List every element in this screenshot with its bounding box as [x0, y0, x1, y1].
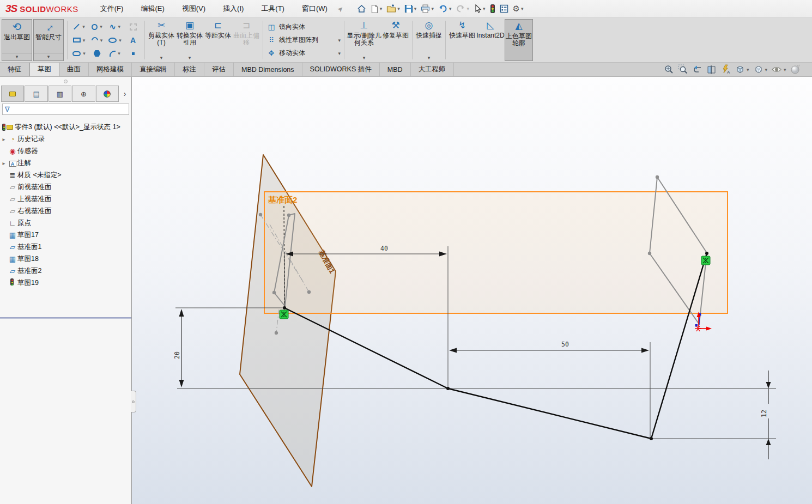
new-document-caret[interactable]: ▾ [380, 6, 383, 11]
fillet-tool[interactable]: ▾ [107, 51, 123, 57]
offset-entities-button[interactable]: ⊏ 等距实体 [204, 19, 232, 61]
tab-features[interactable]: 特征 [0, 63, 29, 76]
relation-badge-coincident-left[interactable] [280, 310, 288, 319]
smart-dimension-button[interactable]: ↔ 智能尺寸 ▾ [33, 19, 64, 61]
menu-tools[interactable]: 工具(T) [254, 1, 291, 16]
panel-top-splitter[interactable] [0, 77, 131, 86]
polygon-tool[interactable] [89, 50, 105, 57]
menu-window[interactable]: 窗口(W) [295, 1, 334, 16]
repair-sketch-button[interactable]: ⚒ 修复草图 [381, 19, 410, 61]
tree-root-part[interactable]: 零件3 (默认) <<默认>_显示状态 1> [0, 121, 131, 133]
tree-item-sketch17[interactable]: ▦ 草图17 [0, 229, 131, 241]
mirror-entities-button[interactable]: ◫ 镜向实体 [265, 21, 342, 33]
edit-appearance-button[interactable] [790, 64, 801, 75]
dimension-40-value[interactable]: 40 [380, 245, 388, 252]
settings-button[interactable]: ⚙ ▾ [511, 3, 525, 15]
section-view-button[interactable] [706, 64, 717, 75]
panel-tabs-overflow[interactable]: › [119, 86, 130, 102]
new-document-button[interactable]: ▾ [369, 3, 384, 15]
dimension-12-value[interactable]: 12 [760, 410, 768, 417]
tab-evaluate[interactable]: 评估 [204, 63, 234, 76]
relation-badge-coincident-right[interactable] [701, 256, 710, 265]
dimension-20-value[interactable]: 20 [173, 351, 181, 359]
circle-tool[interactable]: ▾ [89, 24, 105, 30]
exit-sketch-button[interactable]: ⟲ 退出草图 ▾ [2, 19, 32, 61]
tab-mbd-dimensions[interactable]: MBD Dimensions [234, 63, 302, 76]
slot-tool[interactable]: ▾ [71, 51, 87, 56]
menu-edit[interactable]: 编辑(E) [134, 1, 171, 16]
home-button[interactable] [355, 3, 368, 15]
select-caret[interactable]: ▾ [483, 6, 486, 11]
zoom-to-area-button[interactable] [678, 64, 688, 75]
dynamic-annotation-views-button[interactable]: A [720, 64, 731, 75]
spline-tool[interactable]: ∿▾ [107, 22, 123, 31]
tab-configuration-manager[interactable]: ▥ [49, 86, 71, 102]
save-button[interactable]: ▾ [403, 3, 419, 14]
panel-horizontal-splitter[interactable] [0, 317, 131, 319]
smart-dimension-caret[interactable]: ▾ [34, 53, 63, 60]
select-button[interactable]: ▾ [472, 3, 487, 15]
tab-property-manager[interactable]: ▤ [25, 86, 47, 102]
rebuild-button[interactable] [488, 3, 497, 15]
tab-mbd[interactable]: MBD [380, 63, 411, 76]
tab-solidworks-addins[interactable]: SOLIDWORKS 插件 [302, 63, 380, 76]
ellipse-tool[interactable]: ▾ [107, 38, 123, 43]
graphics-area[interactable]: 基准面2 基准面1 40 [132, 77, 812, 504]
rectangle-tool[interactable]: ▾ [71, 38, 87, 43]
trim-entities-button[interactable]: ✂ 剪裁实体(T) ▾ [147, 19, 175, 61]
pin-menu-icon[interactable]: ➤ [335, 4, 345, 14]
tab-display-manager[interactable] [96, 86, 119, 102]
menu-insert[interactable]: 插入(I) [216, 1, 250, 16]
open-caret[interactable]: ▾ [397, 6, 400, 11]
view-orientation-button[interactable]: ▾ [735, 64, 749, 75]
menu-view[interactable]: 视图(V) [175, 1, 212, 16]
tree-item-annotations[interactable]: ▸ A 注解 [0, 157, 131, 169]
redo-button[interactable]: ▾ [454, 3, 471, 14]
dimension-50[interactable]: 50 [449, 341, 649, 353]
display-style-button[interactable]: ▾ [753, 64, 768, 75]
tab-feature-manager-design-tree[interactable] [1, 86, 24, 102]
display-delete-relations-button[interactable]: ⊥ 显示/删除几何关系 ▾ [347, 19, 381, 61]
tree-item-origin[interactable]: ∟ 原点 [0, 217, 131, 229]
tree-item-right-plane[interactable]: ▱ 右视基准面 [0, 205, 131, 217]
expander-icon[interactable]: ▸ [0, 136, 8, 142]
zoom-to-fit-button[interactable] [664, 64, 674, 75]
tab-custom[interactable]: 大工程师 [411, 63, 454, 76]
tab-dimxpert-manager[interactable]: ⊕ [72, 86, 95, 102]
undo-button[interactable]: ▾ [437, 3, 453, 14]
options-list-button[interactable] [498, 3, 510, 14]
dimension-12[interactable]: 12 [760, 371, 771, 459]
tree-item-sketch19-editing[interactable]: 草图19 [0, 277, 131, 289]
quick-snaps-button[interactable]: ◎ 快速捕捉 ▾ [415, 19, 443, 61]
text-tool[interactable]: A [125, 36, 141, 45]
undo-caret[interactable]: ▾ [449, 6, 452, 11]
convert-entities-button[interactable]: ▣ 转换实体引用 ▾ [175, 19, 204, 61]
tab-sketch[interactable]: 草图 [29, 63, 59, 76]
tree-item-top-plane[interactable]: ▱ 上视基准面 [0, 193, 131, 205]
hide-show-items-button[interactable]: ▾ [771, 64, 786, 75]
tab-annotations[interactable]: 标注 [175, 63, 204, 76]
dimension-20[interactable]: 20 [173, 309, 184, 387]
tree-item-material[interactable]: ≣ 材质 <未指定> [0, 169, 131, 181]
tree-item-plane1[interactable]: ▱ 基准面1 [0, 241, 131, 253]
panel-collapse-handle[interactable] [131, 391, 136, 412]
line-tool[interactable]: ▾ [71, 24, 87, 29]
exit-sketch-caret[interactable]: ▾ [2, 53, 32, 60]
tree-filter-input[interactable]: ∇ [2, 104, 129, 115]
linear-pattern-button[interactable]: ⠿ 线性草图阵列 ▾ [265, 34, 342, 46]
plane2-face[interactable] [264, 192, 728, 313]
print-caret[interactable]: ▾ [431, 6, 434, 11]
instant2d-button[interactable]: ◺ Instant2D [476, 19, 505, 61]
open-button[interactable]: ▾ [385, 3, 402, 14]
tab-mesh-modeling[interactable]: 网格建模 [89, 63, 132, 76]
tree-item-sketch18[interactable]: ▦ 草图18 [0, 253, 131, 265]
save-caret[interactable]: ▾ [414, 6, 417, 11]
tab-direct-editing[interactable]: 直接编辑 [132, 63, 175, 76]
settings-caret[interactable]: ▾ [521, 6, 524, 11]
move-entities-button[interactable]: ✥ 移动实体 ▾ [265, 47, 342, 59]
rapid-sketch-button[interactable]: ↯ 快速草图 [448, 19, 476, 61]
tab-surfaces[interactable]: 曲面 [59, 63, 89, 76]
tree-item-history[interactable]: ▸ ◔ 历史记录 [0, 133, 131, 145]
dimension-50-value[interactable]: 50 [561, 341, 569, 348]
tree-item-sensors[interactable]: ◉ 传感器 [0, 145, 131, 157]
